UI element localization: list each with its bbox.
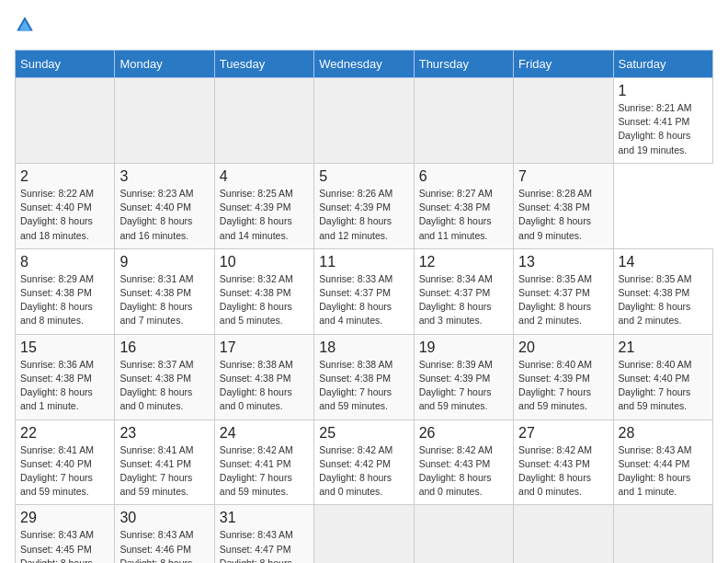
day-info: Sunrise: 8:22 AMSunset: 4:40 PMDaylight:… — [20, 187, 109, 243]
day-number: 3 — [119, 168, 209, 185]
day-info: Sunrise: 8:25 AMSunset: 4:39 PMDaylight:… — [220, 187, 309, 243]
day-number: 15 — [20, 339, 109, 356]
day-cell: 1Sunrise: 8:21 AMSunset: 4:41 PMDaylight… — [613, 78, 712, 164]
day-cell: 20Sunrise: 8:40 AMSunset: 4:39 PMDayligh… — [514, 334, 613, 419]
page-header — [15, 15, 713, 39]
empty-cell — [414, 505, 513, 563]
day-info: Sunrise: 8:42 AMSunset: 4:43 PMDaylight:… — [518, 443, 608, 500]
col-header-friday: Friday — [514, 51, 613, 78]
day-cell: 19Sunrise: 8:39 AMSunset: 4:39 PMDayligh… — [414, 334, 513, 419]
day-info: Sunrise: 8:38 AMSunset: 4:38 PMDaylight:… — [220, 358, 309, 414]
day-info: Sunrise: 8:41 AMSunset: 4:41 PMDaylight:… — [119, 443, 209, 500]
day-info: Sunrise: 8:31 AMSunset: 4:38 PMDaylight:… — [119, 272, 209, 328]
day-cell: 30Sunrise: 8:43 AMSunset: 4:46 PMDayligh… — [115, 505, 214, 563]
day-cell: 10Sunrise: 8:32 AMSunset: 4:38 PMDayligh… — [214, 248, 313, 334]
day-number: 25 — [319, 425, 408, 442]
empty-cell — [514, 505, 613, 563]
week-row: 29Sunrise: 8:43 AMSunset: 4:45 PMDayligh… — [16, 505, 713, 563]
day-number: 2 — [20, 168, 109, 185]
logo-icon — [15, 15, 35, 35]
day-info: Sunrise: 8:43 AMSunset: 4:44 PMDaylight:… — [619, 443, 708, 500]
logo — [15, 15, 37, 39]
day-number: 29 — [20, 510, 109, 526]
day-cell: 6Sunrise: 8:27 AMSunset: 4:38 PMDaylight… — [414, 163, 513, 248]
day-info: Sunrise: 8:35 AMSunset: 4:38 PMDaylight:… — [619, 272, 708, 328]
empty-cell — [314, 505, 414, 563]
col-header-sunday: Sunday — [16, 51, 115, 78]
day-number: 7 — [518, 168, 608, 185]
day-cell: 21Sunrise: 8:40 AMSunset: 4:40 PMDayligh… — [613, 334, 712, 419]
day-cell: 8Sunrise: 8:29 AMSunset: 4:38 PMDaylight… — [16, 248, 115, 334]
week-row: 1Sunrise: 8:21 AMSunset: 4:41 PMDaylight… — [16, 78, 713, 164]
calendar-table: SundayMondayTuesdayWednesdayThursdayFrid… — [15, 50, 713, 563]
day-info: Sunrise: 8:40 AMSunset: 4:40 PMDaylight:… — [619, 358, 708, 414]
day-number: 19 — [419, 339, 508, 356]
day-info: Sunrise: 8:42 AMSunset: 4:43 PMDaylight:… — [419, 443, 508, 500]
day-info: Sunrise: 8:35 AMSunset: 4:37 PMDaylight:… — [518, 272, 608, 328]
day-number: 11 — [319, 254, 408, 270]
day-cell: 7Sunrise: 8:28 AMSunset: 4:38 PMDaylight… — [514, 163, 613, 248]
day-info: Sunrise: 8:41 AMSunset: 4:40 PMDaylight:… — [20, 443, 109, 500]
day-cell: 15Sunrise: 8:36 AMSunset: 4:38 PMDayligh… — [16, 334, 115, 419]
day-info: Sunrise: 8:43 AMSunset: 4:47 PMDaylight:… — [220, 528, 309, 563]
header-row: SundayMondayTuesdayWednesdayThursdayFrid… — [16, 51, 713, 78]
day-info: Sunrise: 8:40 AMSunset: 4:39 PMDaylight:… — [518, 358, 608, 414]
day-number: 17 — [220, 339, 309, 356]
col-header-thursday: Thursday — [414, 51, 513, 78]
week-row: 2Sunrise: 8:22 AMSunset: 4:40 PMDaylight… — [16, 163, 713, 248]
day-cell: 14Sunrise: 8:35 AMSunset: 4:38 PMDayligh… — [613, 248, 712, 334]
day-cell: 2Sunrise: 8:22 AMSunset: 4:40 PMDaylight… — [16, 163, 115, 248]
day-number: 5 — [319, 168, 408, 185]
day-number: 27 — [518, 425, 608, 442]
day-info: Sunrise: 8:43 AMSunset: 4:46 PMDaylight:… — [119, 528, 209, 563]
empty-cell — [115, 78, 214, 164]
day-info: Sunrise: 8:34 AMSunset: 4:37 PMDaylight:… — [419, 272, 508, 328]
day-number: 18 — [319, 339, 408, 356]
col-header-monday: Monday — [115, 51, 214, 78]
day-number: 24 — [220, 425, 309, 442]
week-row: 15Sunrise: 8:36 AMSunset: 4:38 PMDayligh… — [16, 334, 713, 419]
day-info: Sunrise: 8:23 AMSunset: 4:40 PMDaylight:… — [119, 187, 209, 243]
day-info: Sunrise: 8:33 AMSunset: 4:37 PMDaylight:… — [319, 272, 408, 328]
day-info: Sunrise: 8:39 AMSunset: 4:39 PMDaylight:… — [419, 358, 508, 414]
day-number: 8 — [20, 254, 109, 270]
day-cell: 25Sunrise: 8:42 AMSunset: 4:42 PMDayligh… — [314, 419, 414, 505]
day-info: Sunrise: 8:36 AMSunset: 4:38 PMDaylight:… — [20, 358, 109, 414]
day-cell: 3Sunrise: 8:23 AMSunset: 4:40 PMDaylight… — [115, 163, 214, 248]
day-number: 31 — [220, 510, 309, 526]
day-cell: 24Sunrise: 8:42 AMSunset: 4:41 PMDayligh… — [214, 419, 313, 505]
day-info: Sunrise: 8:42 AMSunset: 4:41 PMDaylight:… — [220, 443, 309, 500]
day-cell: 5Sunrise: 8:26 AMSunset: 4:39 PMDaylight… — [314, 163, 414, 248]
day-number: 16 — [119, 339, 209, 356]
day-info: Sunrise: 8:37 AMSunset: 4:38 PMDaylight:… — [119, 358, 209, 414]
week-row: 8Sunrise: 8:29 AMSunset: 4:38 PMDaylight… — [16, 248, 713, 334]
day-number: 21 — [619, 339, 708, 356]
col-header-tuesday: Tuesday — [214, 51, 313, 78]
day-number: 6 — [419, 168, 508, 185]
day-number: 13 — [518, 254, 608, 270]
empty-cell — [613, 505, 712, 563]
day-number: 30 — [119, 510, 209, 526]
day-info: Sunrise: 8:32 AMSunset: 4:38 PMDaylight:… — [220, 272, 309, 328]
day-info: Sunrise: 8:28 AMSunset: 4:38 PMDaylight:… — [518, 187, 608, 243]
day-number: 28 — [619, 425, 708, 442]
day-cell: 4Sunrise: 8:25 AMSunset: 4:39 PMDaylight… — [214, 163, 313, 248]
empty-cell — [314, 78, 414, 164]
day-cell: 17Sunrise: 8:38 AMSunset: 4:38 PMDayligh… — [214, 334, 313, 419]
day-cell: 9Sunrise: 8:31 AMSunset: 4:38 PMDaylight… — [115, 248, 214, 334]
day-cell: 16Sunrise: 8:37 AMSunset: 4:38 PMDayligh… — [115, 334, 214, 419]
day-number: 9 — [119, 254, 209, 270]
day-number: 22 — [20, 425, 109, 442]
col-header-wednesday: Wednesday — [314, 51, 414, 78]
day-number: 1 — [619, 83, 708, 99]
day-info: Sunrise: 8:42 AMSunset: 4:42 PMDaylight:… — [319, 443, 408, 500]
empty-cell — [514, 78, 613, 164]
day-info: Sunrise: 8:43 AMSunset: 4:45 PMDaylight:… — [20, 528, 109, 563]
day-cell: 31Sunrise: 8:43 AMSunset: 4:47 PMDayligh… — [214, 505, 313, 563]
day-number: 14 — [619, 254, 708, 270]
day-cell: 27Sunrise: 8:42 AMSunset: 4:43 PMDayligh… — [514, 419, 613, 505]
day-info: Sunrise: 8:26 AMSunset: 4:39 PMDaylight:… — [319, 187, 408, 243]
day-cell: 28Sunrise: 8:43 AMSunset: 4:44 PMDayligh… — [613, 419, 712, 505]
day-cell: 11Sunrise: 8:33 AMSunset: 4:37 PMDayligh… — [314, 248, 414, 334]
day-number: 26 — [419, 425, 508, 442]
